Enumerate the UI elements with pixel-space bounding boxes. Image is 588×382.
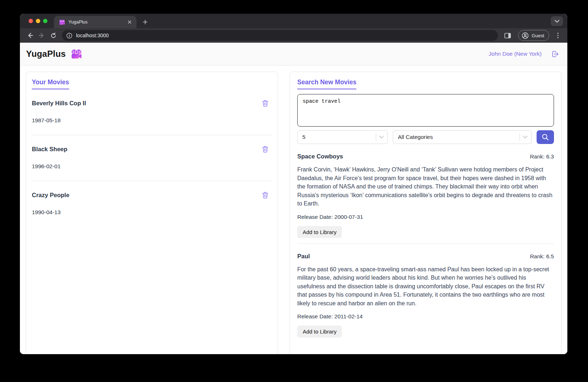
zoom-window-button[interactable]	[43, 19, 47, 23]
result-title: Space Cowboys	[297, 153, 343, 160]
add-to-library-button[interactable]: Add to Library	[297, 226, 342, 238]
movie-title: Black Sheep	[32, 146, 67, 153]
library-movie-item: Black Sheep 1996-02-01	[32, 135, 272, 181]
magnifier-icon	[542, 133, 549, 141]
window-controls	[20, 14, 54, 28]
category-value: All Categories	[398, 134, 517, 140]
search-query-input[interactable]	[297, 94, 554, 127]
result-rank: Rank: 6.5	[530, 253, 554, 260]
browser-menu-icon[interactable]	[554, 30, 562, 41]
favicon-movie-camera-icon	[59, 20, 65, 25]
site-info-icon[interactable]	[66, 33, 72, 39]
user-name: John Doe (New York)	[489, 51, 542, 57]
library-movie-item: Crazy People 1990-04-13	[32, 181, 272, 227]
browser-toolbar: localhost:3000 Guest	[20, 28, 567, 43]
main-content: Your Movies Beverly Hills Cop II 1987-05…	[20, 65, 567, 354]
tab-title: YugaPlus	[68, 20, 123, 25]
guest-label: Guest	[532, 33, 544, 38]
search-movies-panel: Search New Movies 5 All Categories	[290, 72, 562, 354]
chevron-down-icon	[523, 136, 528, 139]
movie-camera-icon	[71, 49, 82, 59]
back-icon[interactable]	[25, 30, 35, 41]
app-header: YugaPlus John Doe (New York)	[20, 43, 567, 65]
address-bar[interactable]: localhost:3000	[62, 30, 498, 41]
movie-title: Crazy People	[32, 192, 70, 199]
delete-movie-trash-icon[interactable]	[261, 145, 269, 153]
logout-icon[interactable]	[551, 50, 559, 58]
tab-strip: YugaPlus	[20, 14, 567, 28]
browser-window: YugaPlus localhost:3000	[20, 14, 567, 354]
result-title: Paul	[297, 253, 310, 260]
movie-title: Beverly Hills Cop II	[32, 100, 86, 107]
your-movies-title: Your Movies	[32, 78, 69, 89]
search-movies-title: Search New Movies	[297, 78, 356, 89]
result-description: For the past 60 years, a space-traveling…	[297, 265, 554, 308]
tab-yugaplus[interactable]: YugaPlus	[54, 16, 136, 28]
header-user-area: John Doe (New York)	[489, 50, 559, 58]
url-text[interactable]: localhost:3000	[76, 33, 109, 38]
chevron-down-icon	[379, 136, 384, 139]
movie-release-date: 1990-04-13	[32, 209, 272, 216]
add-to-library-button[interactable]: Add to Library	[297, 326, 342, 338]
movie-release-date: 1987-05-18	[32, 117, 272, 124]
search-result: Space Cowboys Rank: 6.3 Frank Corvin, ‘H…	[297, 144, 554, 244]
result-release-date: Release Date: 2011-02-14	[297, 313, 554, 320]
forward-icon[interactable]	[37, 30, 47, 41]
delete-movie-trash-icon[interactable]	[261, 191, 269, 199]
search-button[interactable]	[537, 130, 554, 144]
reload-icon[interactable]	[48, 30, 58, 41]
close-window-button[interactable]	[29, 19, 33, 23]
result-rank: Rank: 6.3	[530, 153, 554, 160]
category-select[interactable]: All Categories	[393, 130, 532, 144]
delete-movie-trash-icon[interactable]	[261, 99, 269, 107]
minimize-window-button[interactable]	[36, 19, 40, 23]
brand-title: YugaPlus	[26, 49, 66, 59]
side-panel-icon[interactable]	[502, 30, 513, 41]
movie-release-date: 1996-02-01	[32, 163, 272, 170]
search-result: Paul Rank: 6.5 For the past 60 years, a …	[297, 244, 554, 338]
tab-search-chevron-down-icon[interactable]	[551, 16, 563, 26]
result-description: Frank Corvin, ‘Hawk’ Hawkins, Jerry O'Ne…	[297, 165, 554, 208]
result-release-date: Release Date: 2000-07-31	[297, 214, 554, 220]
person-circle-icon	[522, 32, 529, 39]
your-movies-panel: Your Movies Beverly Hills Cop II 1987-05…	[26, 72, 278, 354]
search-controls: 5 All Categories	[297, 130, 554, 144]
result-limit-select[interactable]: 5	[297, 130, 388, 144]
new-tab-button[interactable]	[140, 17, 150, 27]
profile-guest-button[interactable]: Guest	[518, 30, 549, 41]
close-tab-icon[interactable]	[126, 19, 133, 25]
library-movie-item: Beverly Hills Cop II 1987-05-18	[32, 89, 272, 135]
result-limit-value: 5	[302, 134, 373, 140]
